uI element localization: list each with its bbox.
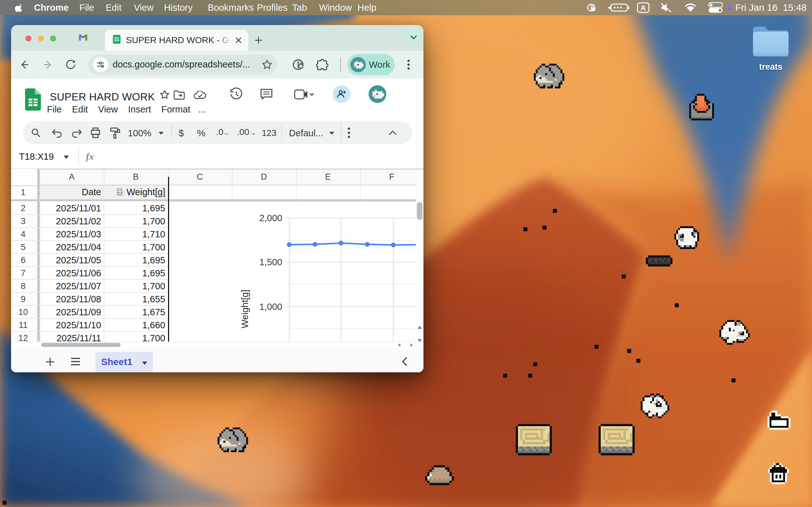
svg-text:2,000: 2,000 [259,213,282,223]
svg-text:A: A [641,4,646,12]
svg-text:1,000: 1,000 [259,302,282,312]
svg-text:1,500: 1,500 [259,257,282,267]
svg-text:Weight[g]: Weight[g] [240,290,250,328]
